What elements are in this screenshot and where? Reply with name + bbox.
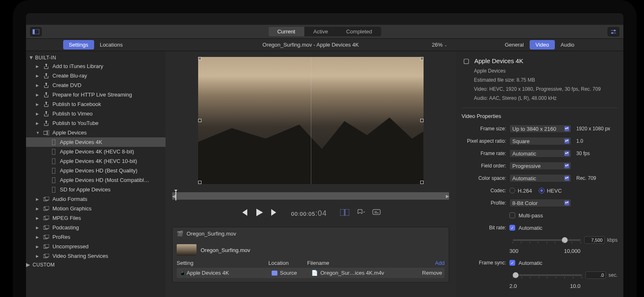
remove-button[interactable]: Remove (422, 270, 442, 276)
play-button[interactable] (256, 209, 263, 216)
profile-select[interactable]: 8-Bit Color▴▾ (509, 199, 571, 207)
frame-rate-select[interactable]: Automatic▴▾ (509, 149, 571, 158)
phone-icon (51, 139, 57, 145)
video-canvas[interactable] (198, 57, 424, 184)
audio-summary: Audio: AAC, Stereo (L R), 48.000 kHz (474, 94, 616, 102)
share-icon (43, 82, 49, 88)
bitrate-slider[interactable] (513, 239, 581, 241)
group-builtin[interactable]: ▼BUILT-IN (26, 54, 166, 61)
preset-item[interactable]: ▶Create Blu-ray (26, 71, 166, 80)
preset-group[interactable]: ▶Motion Graphics (26, 204, 166, 213)
profile-label: Profile: (462, 200, 509, 206)
preset-item[interactable]: ▶Publish to Facebook (26, 99, 166, 109)
preset-box-icon (43, 254, 49, 259)
estimated-size: Estimated file size: 8.75 MB (474, 76, 616, 84)
preset-item[interactable]: ▶Publish to YouTube (26, 118, 166, 128)
add-button[interactable]: Add (435, 260, 445, 266)
color-space-select[interactable]: Automatic▴▾ (509, 174, 571, 182)
batch-panel: 🎬 Oregon_Surfing.mov Oregon_Surfing.mov … (172, 227, 449, 283)
preset-item[interactable]: ▶Publish to Vimeo (26, 109, 166, 118)
settings-sidebar: ▼BUILT-IN▶Add to iTunes Library▶Create B… (26, 51, 166, 297)
codec-hevc-radio[interactable]: HEVC (539, 188, 562, 194)
svg-point-5 (612, 32, 613, 33)
bitrate-max: 10,000 (564, 248, 580, 254)
file-icon: 📄 (311, 270, 318, 276)
col-setting: Setting (177, 260, 268, 266)
frame-size-select[interactable]: Up to 3840 x 2160▴▾ (509, 125, 571, 133)
svg-point-4 (614, 30, 616, 31)
tab-current[interactable]: Current (268, 27, 304, 36)
svg-rect-10 (52, 158, 55, 164)
next-button[interactable] (270, 209, 278, 216)
tab-locations[interactable]: Locations (94, 40, 129, 50)
frame-sync-label: Frame sync: (462, 260, 509, 266)
multipass-checkbox[interactable] (509, 212, 515, 218)
preset-box-icon (43, 235, 49, 240)
tab-video[interactable]: Video (530, 40, 555, 50)
svg-rect-30 (373, 210, 380, 214)
folder-icon (272, 271, 277, 276)
preset-group[interactable]: ▶MPEG Files (26, 213, 166, 223)
preset-group[interactable]: ▶Uncompressed (26, 242, 166, 251)
frame-sync-auto-label: Automatic (519, 260, 542, 266)
caption-button[interactable] (372, 209, 381, 216)
frame-sync-value[interactable]: .0 (585, 271, 606, 279)
preset-item[interactable]: ▶Prepare for HTTP Live Streaming (26, 90, 166, 99)
phone-icon (51, 187, 57, 193)
codec-h264-radio[interactable]: H.264 (509, 188, 532, 194)
preset-group[interactable]: ▶Audio Formats (26, 194, 166, 204)
multipass-label: Multi-pass (519, 212, 543, 219)
bitrate-unit: kbps (607, 237, 618, 243)
frame-rate-label: Frame rate: (462, 151, 509, 156)
svg-rect-8 (52, 139, 55, 145)
preset-item[interactable]: ▶Add to iTunes Library (26, 61, 166, 71)
frame-sync-auto-checkbox[interactable] (509, 260, 515, 266)
zoom-dropdown[interactable]: 26%⌄ (432, 42, 447, 48)
preset-sub-item[interactable]: Apple Devices HD (Most Compatibl… (26, 175, 166, 185)
preset-apple-devices[interactable]: ▼Apple Devices (26, 128, 166, 137)
svg-rect-29 (345, 209, 349, 216)
svg-rect-23 (45, 235, 49, 238)
preset-box-icon (43, 216, 49, 221)
preset-group[interactable]: ▶Podcasting (26, 223, 166, 232)
preset-sub-item[interactable]: Apple Devices 4K (HEVC 10-bit) (26, 156, 166, 166)
tab-active[interactable]: Active (304, 27, 337, 36)
preview-pane: ◀ ▶ 00:00:05:04 🎬 Oregon_Surfing.mov Ore… (166, 51, 456, 297)
col-filename: Filename (307, 260, 435, 266)
scrubber[interactable]: ◀ ▶ (172, 192, 449, 200)
preset-group[interactable]: ▶ProRes (26, 232, 166, 242)
prev-button[interactable] (241, 209, 248, 216)
field-order-select: Progressive▴▾ (509, 162, 571, 170)
frame-sync-slider[interactable] (513, 274, 582, 276)
tab-general[interactable]: General (499, 40, 530, 50)
svg-rect-13 (52, 187, 55, 193)
sidebar-toggle-button[interactable] (30, 27, 42, 36)
preset-sub-item[interactable]: Apple Devices 4K (26, 137, 166, 147)
svg-rect-11 (52, 168, 55, 174)
preset-sub-item[interactable]: Apple Devices 4K (HEVC 8-bit) (26, 147, 166, 156)
preset-sub-item[interactable]: SD for Apple Devices (26, 185, 166, 194)
top-toolbar: Current Active Completed (26, 25, 623, 39)
queue-tabs: Current Active Completed (268, 27, 381, 36)
tab-settings[interactable]: Settings (63, 40, 94, 50)
bitrate-auto-checkbox[interactable] (509, 225, 515, 231)
preset-item[interactable]: ▶Create DVD (26, 80, 166, 90)
compare-button[interactable] (340, 209, 349, 216)
bitrate-value[interactable]: 7,500 (584, 236, 605, 244)
tab-completed[interactable]: Completed (337, 27, 381, 36)
inspector-toggle-button[interactable] (608, 27, 619, 36)
job-row[interactable]: 📱 Apple Devices 4K Source 📄 Oregon_Sur…i… (177, 268, 445, 278)
tab-audio[interactable]: Audio (555, 40, 580, 50)
preview-title: Oregon_Surfing.mov - Apple Devices 4K (263, 42, 359, 48)
marker-dropdown[interactable] (357, 209, 365, 216)
preset-group[interactable]: ▶Video Sharing Services (26, 251, 166, 261)
inspector-title: Apple Devices 4K (474, 57, 523, 64)
group-custom[interactable]: ▶CUSTOM (26, 261, 166, 269)
svg-rect-17 (45, 206, 49, 210)
svg-rect-9 (52, 149, 55, 155)
frame-sync-unit: sec. (608, 272, 618, 278)
share-icon (43, 64, 49, 69)
frame-sync-max: 10.0 (570, 283, 580, 289)
preset-sub-item[interactable]: Apple Devices HD (Best Quality) (26, 166, 166, 175)
svg-rect-28 (340, 209, 344, 216)
